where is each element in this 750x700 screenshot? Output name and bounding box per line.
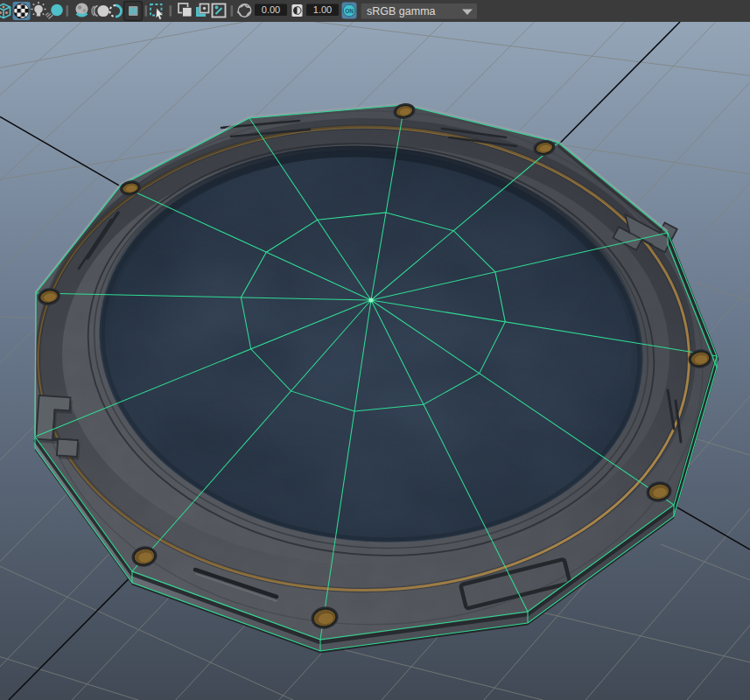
svg-text:ON: ON [345, 8, 354, 14]
svg-text:1.00: 1.00 [313, 4, 332, 15]
svg-text:sRGB gamma: sRGB gamma [367, 5, 436, 18]
svg-text:0.00: 0.00 [262, 4, 280, 15]
